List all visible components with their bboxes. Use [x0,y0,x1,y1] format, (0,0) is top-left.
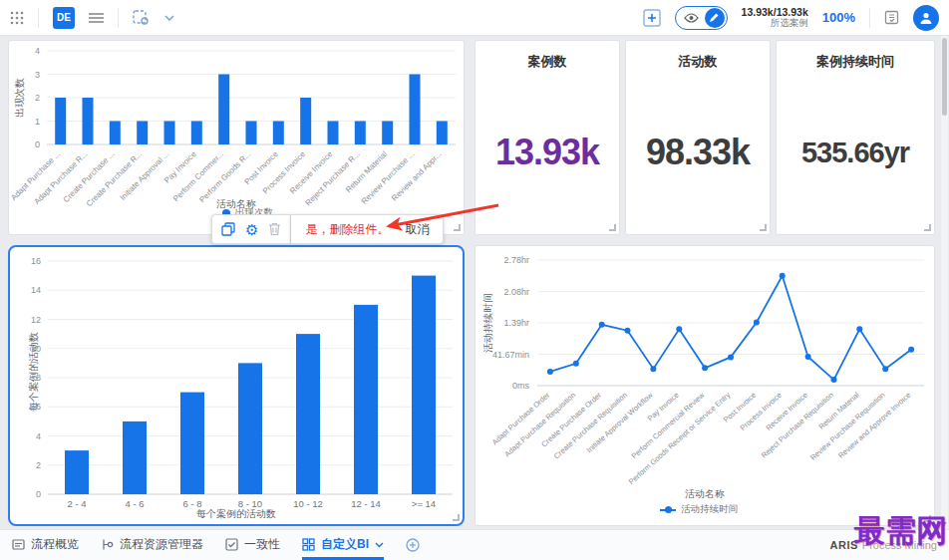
svg-text:Perform Commer...: Perform Commer... [171,149,225,203]
svg-text:6: 6 [36,402,41,412]
svg-text:Perform Goods R...: Perform Goods R... [197,149,252,204]
widget-kpi-activity-count[interactable]: 活动数 98.33k [625,40,771,235]
view-edit-toggle[interactable] [675,6,728,30]
app-launcher-icon[interactable] [10,11,24,25]
histogram-bar-chart: 02468101214162 - 44 - 66 - 88 - 1010 - 1… [10,247,463,508]
svg-text:Adapt Purchase ...: Adapt Purchase ... [9,149,62,202]
menu-icon[interactable] [89,12,104,24]
svg-text:10: 10 [31,344,41,354]
custom-bi-icon [302,538,315,551]
svg-text:4: 4 [36,431,41,441]
kpi-title: 活动数 [679,53,718,71]
tab-label: 流程资源管理器 [120,536,203,553]
svg-text:Initiate Approval ...: Initiate Approval ... [119,149,171,202]
delete-trash-icon[interactable] [268,222,281,236]
svg-text:2.78hr: 2.78hr [503,255,529,265]
svg-text:4: 4 [35,46,40,56]
svg-text:0: 0 [36,489,41,499]
widget-activity-duration[interactable]: 活动持续时间 0ms41.67min1.39hr2.08hr2.78hrAdap… [474,245,935,526]
resize-handle[interactable] [760,224,767,231]
svg-text:16: 16 [31,256,41,266]
resize-handle[interactable] [453,514,460,521]
widget-activities-per-case-selected[interactable]: 每个案例的活动数 02468101214162 - 44 - 66 - 88 -… [8,245,465,526]
resize-handle[interactable] [924,224,931,231]
svg-text:0: 0 [35,140,40,149]
chevron-down-icon[interactable] [164,15,174,21]
svg-text:12: 12 [31,315,41,325]
add-sheet-button[interactable] [406,530,420,560]
delete-confirmation: 是，删除组件。 取消 [291,214,444,244]
svg-text:1.39hr: 1.39hr [503,318,529,328]
svg-text:8: 8 [36,373,41,383]
eye-icon[interactable] [684,13,699,23]
svg-text:2.08hr: 2.08hr [503,287,529,297]
selection-settings-icon[interactable] [133,10,151,26]
sheet-tabbar: 流程概览 流程资源管理器 一致性 自定义BI ARIS Process Mini… [0,529,949,560]
x-axis-title: 活动名称 [475,487,934,501]
divider [869,8,870,28]
cases-label: 所选案例 [742,18,808,29]
svg-text:14: 14 [31,285,41,295]
user-avatar[interactable] [913,5,939,31]
tab-process-explorer[interactable]: 流程资源管理器 [101,530,203,560]
x-axis-title: 每个案例的活动数 [10,507,463,521]
dashboard-canvas: 出现次数 01234Adapt Purchase ...Adapt Purcha… [0,36,949,529]
tab-label: 一致性 [244,536,280,553]
tab-label: 自定义BI [321,536,369,553]
overview-icon [12,538,25,551]
legend-label: 活动持续时间 [681,503,738,516]
kpi-value: 98.33k [646,71,750,234]
divider [38,8,39,28]
kpi-value: 13.93k [495,71,599,234]
confirm-delete-button[interactable]: 是，删除组件。 [305,221,389,238]
report-icon[interactable] [884,10,899,25]
chart-legend: 活动持续时间 [660,503,738,516]
widget-activity-occurrences[interactable]: 出现次数 01234Adapt Purchase ...Adapt Purcha… [8,40,465,235]
cancel-button[interactable]: 取消 [405,221,429,238]
tab-process-overview[interactable]: 流程概览 [12,530,79,560]
selection-percent: 100% [822,10,855,25]
edit-mode-button[interactable] [705,8,725,28]
watermark: 最需网 [854,510,947,552]
duration-line-chart: 0ms41.67min1.39hr2.08hr2.78hrAdapt Purch… [475,246,936,485]
tab-label: 流程概览 [31,536,79,553]
plus-circle-icon [406,538,420,552]
kpi-title: 案例持续时间 [816,53,894,71]
resize-handle[interactable] [454,224,461,231]
svg-text:2: 2 [36,460,41,470]
scrollbar-thumb[interactable] [942,38,947,116]
chevron-down-icon [375,542,384,548]
svg-text:41.67min: 41.67min [492,350,529,360]
kpi-value: 535.66yr [801,71,909,234]
resize-handle[interactable] [609,224,616,231]
widget-toolbar-popup: ⚙ 是，删除组件。 取消 [211,214,444,244]
explorer-icon [101,538,114,551]
conformance-icon [225,538,238,551]
widget-kpi-case-count[interactable]: 案例数 13.93k [474,40,620,235]
widget-toolbar: ⚙ [211,214,291,244]
svg-text:Review and Appr...: Review and Appr... [390,149,444,203]
add-widget-icon[interactable] [643,9,661,27]
copy-icon[interactable] [221,222,235,236]
tab-conformance[interactable]: 一致性 [225,530,280,560]
vertical-scrollbar[interactable]: ▼ [941,36,948,529]
svg-text:Create Purchase ...: Create Purchase ... [62,149,117,204]
project-badge[interactable]: DE [53,7,75,29]
svg-text:3: 3 [35,70,40,80]
divider [118,8,119,28]
legend-line-marker-icon [660,509,676,511]
selected-cases-stats: 13.93k/13.93k 所选案例 [742,6,808,29]
settings-gear-icon[interactable]: ⚙ [245,222,258,237]
top-toolbar: DE [0,0,949,36]
widget-kpi-case-duration[interactable]: 案例持续时间 535.66yr [776,40,935,235]
svg-text:2: 2 [35,93,40,103]
tab-custom-bi[interactable]: 自定义BI [302,530,384,560]
app-window: DE [0,0,949,560]
svg-text:1: 1 [35,117,40,127]
svg-text:0ms: 0ms [512,381,530,391]
kpi-title: 案例数 [528,53,567,71]
